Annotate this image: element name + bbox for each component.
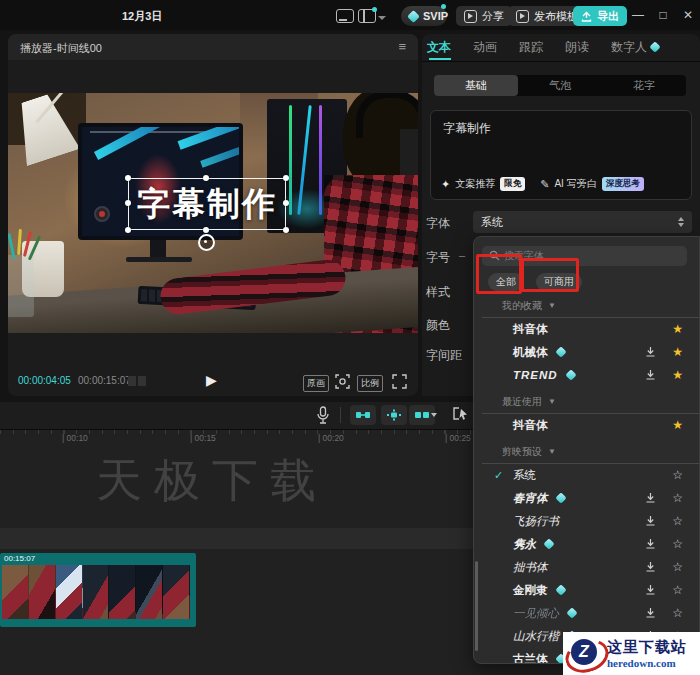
- star-outline-icon[interactable]: ☆: [672, 487, 683, 510]
- player-menu-icon[interactable]: ≡: [398, 39, 406, 54]
- panel-tab[interactable]: 文本: [427, 34, 451, 60]
- download-icon[interactable]: [645, 369, 656, 381]
- magnet-snap-toggle[interactable]: [381, 405, 407, 425]
- star-filled-icon[interactable]: ★: [672, 364, 683, 387]
- star-outline-icon[interactable]: ☆: [672, 533, 683, 556]
- font-list-item[interactable]: 抖音体 ★: [482, 318, 699, 341]
- chevron-down-icon[interactable]: [431, 413, 437, 417]
- star-filled-icon[interactable]: ★: [672, 341, 683, 364]
- svip-button[interactable]: SVIP: [401, 6, 447, 26]
- quality-button[interactable]: 原画: [303, 375, 329, 392]
- font-list-item[interactable]: 隽永 ☆: [482, 533, 699, 556]
- resize-handle[interactable]: [125, 227, 131, 233]
- star-outline-icon[interactable]: ☆: [672, 464, 683, 487]
- resize-handle[interactable]: [283, 227, 289, 233]
- font-section-header: 最近使用 ▼: [482, 394, 699, 414]
- text-overlay-selection[interactable]: 字幕制作: [128, 178, 286, 230]
- pencil-icon: ✎: [540, 178, 549, 191]
- panel-tab[interactable]: 跟踪: [519, 34, 543, 60]
- subtab[interactable]: 基础: [434, 75, 518, 96]
- panel-tab[interactable]: 朗读: [565, 34, 589, 60]
- panel-tab[interactable]: 数字人: [611, 34, 659, 60]
- chevron-down-icon[interactable]: ▼: [548, 301, 556, 310]
- maximize-button[interactable]: □: [655, 8, 671, 22]
- star-outline-icon[interactable]: ☆: [672, 556, 683, 579]
- share-icon: [464, 10, 477, 23]
- chevron-down-icon[interactable]: [378, 16, 386, 20]
- download-icon[interactable]: [645, 492, 656, 504]
- resize-handle[interactable]: [125, 200, 131, 206]
- download-icon[interactable]: [645, 561, 656, 573]
- text-content-box[interactable]: 字幕制作 ✦ 文案推荐 限免 ✎ AI 写旁白 深度思考: [430, 110, 692, 200]
- star-outline-icon[interactable]: ☆: [672, 510, 683, 533]
- download-icon[interactable]: [645, 538, 656, 550]
- font-list-item[interactable]: 一见倾心 ☆: [482, 602, 699, 625]
- ai-narration-button[interactable]: AI 写旁白: [554, 177, 596, 191]
- export-button[interactable]: 导出: [573, 6, 627, 26]
- clip-thumbnails: [2, 565, 190, 619]
- resize-handle[interactable]: [283, 175, 289, 181]
- font-list-item[interactable]: 金刚隶 ☆: [482, 579, 699, 602]
- download-icon[interactable]: [645, 346, 656, 358]
- chevron-down-icon[interactable]: ▼: [548, 447, 556, 456]
- download-icon[interactable]: [645, 515, 656, 527]
- font-list-item[interactable]: 机械体 ★: [482, 341, 699, 364]
- font-name: 抖音体: [513, 322, 548, 337]
- font-list-item[interactable]: 飞扬行书 ☆: [482, 510, 699, 533]
- star-outline-icon[interactable]: ☆: [672, 602, 683, 625]
- divider: [422, 61, 700, 62]
- fullscreen-icon[interactable]: [392, 374, 407, 389]
- titlebar: 12月3日 SVIP 分享 发布模板 导出 — □ ✕: [0, 0, 700, 30]
- font-list-item[interactable]: TREND ★: [482, 364, 699, 387]
- select-spinner-icon[interactable]: [678, 217, 684, 227]
- site-watermark-text: 天极下载: [96, 450, 328, 512]
- resize-handle[interactable]: [283, 200, 289, 206]
- share-button[interactable]: 分享: [456, 6, 512, 26]
- font-name: 飞扬行书: [513, 514, 559, 529]
- font-list-item[interactable]: 抖音体 ★: [482, 414, 699, 437]
- panel-tab[interactable]: 动画: [473, 34, 497, 60]
- copy-suggest-button[interactable]: 文案推荐: [455, 177, 495, 191]
- download-icon[interactable]: [645, 584, 656, 596]
- current-time: 00:00:04:05: [18, 375, 71, 386]
- subtab[interactable]: 气泡: [518, 75, 602, 96]
- star-filled-icon[interactable]: ★: [672, 318, 683, 341]
- chevron-down-icon[interactable]: ▼: [548, 397, 556, 406]
- record-voiceover-icon[interactable]: [315, 406, 331, 425]
- star-filled-icon[interactable]: ★: [672, 414, 683, 437]
- font-list: 我的收藏 ▼ 抖音体 ★ 机械体 ★: [482, 298, 699, 665]
- close-button[interactable]: ✕: [680, 8, 696, 22]
- font-list-item[interactable]: 春宵体 ☆: [482, 487, 699, 510]
- play-button[interactable]: ▶: [206, 372, 217, 388]
- player-header: 播放器-时间线00 ≡: [8, 34, 418, 60]
- subtab[interactable]: 花字: [602, 75, 686, 96]
- focus-preview-icon[interactable]: [335, 374, 350, 389]
- ai-tools-row: ✦ 文案推荐 限免 ✎ AI 写旁白 深度思考: [441, 177, 644, 191]
- select-split-tool-icon[interactable]: [452, 406, 470, 422]
- font-select[interactable]: 系统: [473, 211, 692, 233]
- glass-cup: [8, 255, 34, 317]
- star-outline-icon[interactable]: ☆: [672, 579, 683, 602]
- rotate-handle[interactable]: [198, 234, 215, 251]
- size-label: 字号: [426, 249, 450, 266]
- font-list-item[interactable]: ✓ 系统 ☆: [482, 464, 699, 487]
- draft-layout-icon[interactable]: [336, 9, 354, 23]
- resize-handle[interactable]: [203, 175, 209, 181]
- video-clip[interactable]: 00:15:07: [0, 553, 196, 627]
- resize-handle[interactable]: [203, 227, 209, 233]
- vip-diamond-icon: [555, 346, 566, 357]
- link-clips-toggle[interactable]: [350, 405, 376, 425]
- font-name: 山水行楷: [513, 629, 559, 644]
- resize-handle[interactable]: [125, 175, 131, 181]
- font-name: 一见倾心: [513, 606, 559, 621]
- text-content[interactable]: 字幕制作: [443, 120, 491, 137]
- minimize-button[interactable]: —: [630, 8, 646, 22]
- player-title: 播放器-时间线00: [20, 41, 102, 56]
- font-list-scrollbar[interactable]: [475, 561, 478, 651]
- duration-display-icon: [128, 376, 146, 386]
- video-preview: 字幕制作: [8, 93, 418, 333]
- ratio-button[interactable]: 比例: [357, 375, 383, 392]
- font-list-item[interactable]: 拙书体 ☆: [482, 556, 699, 579]
- overlay-text[interactable]: 字幕制作: [129, 181, 285, 227]
- download-icon[interactable]: [645, 607, 656, 619]
